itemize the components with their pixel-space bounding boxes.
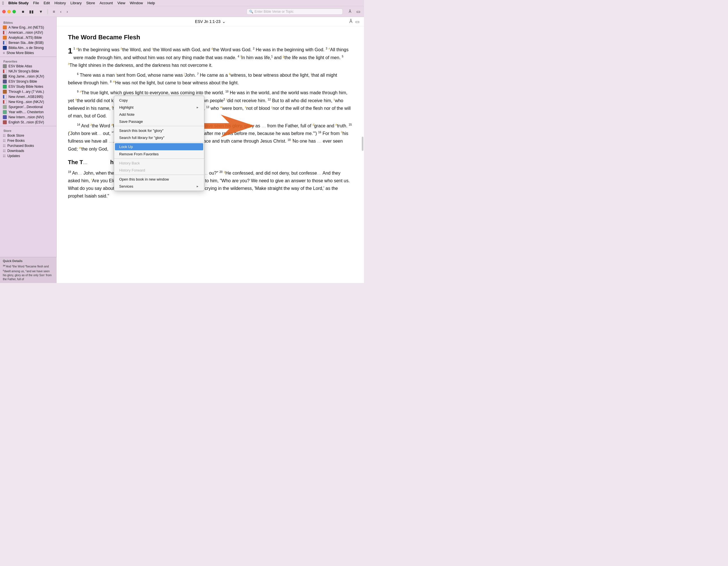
crossref-h2[interactable]: h bbox=[341, 131, 342, 134]
close-button[interactable] bbox=[2, 10, 6, 13]
crossref-g[interactable]: g bbox=[283, 55, 284, 58]
crossref-y[interactable]: y bbox=[271, 105, 273, 108]
crossref-b[interactable]: b bbox=[121, 47, 122, 50]
sidebar-toggle-button[interactable]: ■ bbox=[20, 8, 25, 15]
crossref-r[interactable]: r bbox=[226, 98, 227, 101]
crossref-n[interactable]: n bbox=[80, 90, 82, 93]
verse-num-2: 2 bbox=[253, 47, 254, 50]
sidebar-item-bsb[interactable]: Berean Sta...ible (BSB) bbox=[0, 40, 56, 45]
crossref-x[interactable]: x bbox=[245, 105, 246, 108]
menu-history[interactable]: History bbox=[54, 1, 66, 5]
text-size-button[interactable]: Â bbox=[349, 19, 352, 24]
context-menu-copy[interactable]: Copy bbox=[114, 97, 204, 104]
sidebar-item-nkjv[interactable]: New King...sion (NKJV) bbox=[0, 99, 56, 104]
context-menu-add-note[interactable]: Add Note bbox=[114, 111, 204, 118]
crossref-f[interactable]: f bbox=[240, 55, 241, 58]
crossref-m2[interactable]: m bbox=[79, 146, 81, 149]
menu-window[interactable]: Window bbox=[130, 1, 143, 5]
sidebar-item-downloads[interactable]: ☷ Downloads bbox=[0, 148, 56, 153]
menu-account[interactable]: Account bbox=[100, 1, 113, 5]
crossref-t[interactable]: t bbox=[112, 105, 113, 108]
menu-view[interactable]: View bbox=[117, 1, 125, 5]
sidebar-item-esv[interactable]: English St...rsion (ESV) bbox=[0, 120, 56, 125]
crossref-l[interactable]: l bbox=[311, 72, 311, 76]
crossref-e[interactable]: e bbox=[329, 47, 330, 50]
crossref-d[interactable]: d bbox=[211, 47, 213, 50]
verse-num-large-1: 1 bbox=[68, 46, 72, 56]
menu-help[interactable]: Help bbox=[147, 1, 155, 5]
sidebar-item-asv[interactable]: American...rsion (ASV) bbox=[0, 30, 56, 35]
bsb-icon bbox=[3, 41, 7, 45]
bibles-section-label: Bibles bbox=[0, 19, 56, 25]
context-menu-remove-favorites[interactable]: Remove From Favorites bbox=[114, 151, 204, 158]
crossref-s[interactable]: s bbox=[333, 98, 335, 101]
sidebar-item-free-books[interactable]: ☷ Free Books bbox=[0, 138, 56, 143]
menu-edit[interactable]: Edit bbox=[44, 1, 50, 5]
esv-study-label: ESV Study Bible Notes bbox=[8, 85, 43, 89]
crossref-d2[interactable]: d bbox=[312, 123, 314, 126]
sidebar-item-spurgeon[interactable]: Spurgeon'...Devotional bbox=[0, 104, 56, 110]
sidebar-item-kjv[interactable]: King Jame...rsion (KJV) bbox=[0, 74, 56, 79]
passage-title: The Word Became Flesh bbox=[68, 32, 353, 42]
crossref-q2[interactable]: q bbox=[224, 170, 226, 173]
analytical-icon bbox=[3, 36, 7, 40]
remove-favorites-label: Remove From Favorites bbox=[119, 152, 159, 156]
sidebar-item-biblia[interactable]: Biblia Alm...s de Strong bbox=[0, 45, 56, 50]
crossref-w[interactable]: w bbox=[220, 105, 222, 108]
crossref-z[interactable]: z bbox=[91, 123, 92, 126]
menu-library[interactable]: Library bbox=[70, 1, 82, 5]
passage-selector[interactable]: ESV Jn 1:1-23 ⌄ bbox=[195, 19, 226, 24]
list-view-button[interactable]: ≡ bbox=[51, 8, 56, 15]
crossref-l2[interactable]: l bbox=[292, 138, 293, 141]
context-menu-open-new-window[interactable]: Open this book in new window bbox=[114, 176, 204, 183]
menu-file[interactable]: File bbox=[33, 1, 39, 5]
sidebar-item-book-store[interactable]: ☷ Book Store bbox=[0, 133, 56, 138]
crossref-f2[interactable]: f bbox=[69, 131, 70, 134]
menu-bible-study[interactable]: Bible Study bbox=[8, 1, 29, 5]
sidebar-item-esv-atlas[interactable]: ESV Bible Atlas bbox=[0, 64, 56, 69]
context-menu-divider-1 bbox=[114, 126, 204, 126]
crossref-e2[interactable]: e bbox=[335, 123, 337, 126]
sidebar-item-nets[interactable]: A New Eng...int (NETS) bbox=[0, 25, 56, 30]
sidebar-item-esv-strong[interactable]: ESV Strong's Bible bbox=[0, 79, 56, 84]
sidebar-item-through[interactable]: Through t...ary (7 Vols.) bbox=[0, 89, 56, 94]
crossref-r2[interactable]: r bbox=[91, 178, 92, 181]
crossref-h[interactable]: h bbox=[68, 62, 70, 65]
bookmark-icon-button[interactable]: ▭ bbox=[355, 19, 359, 24]
context-menu-highlight[interactable]: Highlight ► bbox=[114, 104, 204, 111]
context-menu-look-up[interactable]: Look Up bbox=[115, 143, 203, 150]
crossref-m[interactable]: m bbox=[113, 80, 115, 83]
sidebar-item-esv-study[interactable]: ESV Study Bible Notes bbox=[0, 84, 56, 89]
search-box[interactable]: 🔍 Enter Bible Verse or Topic bbox=[247, 8, 343, 15]
context-menu-save-passage[interactable]: Save Passage bbox=[114, 118, 204, 125]
verse-num-18: 18 bbox=[288, 138, 291, 141]
sidebar-item-year[interactable]: Year with.... Chesterton bbox=[0, 110, 56, 115]
sidebar-item-analytical[interactable]: Analytical...NT5) Bible bbox=[0, 35, 56, 40]
menu-store[interactable]: Store bbox=[86, 1, 95, 5]
crossref-k[interactable]: k bbox=[229, 72, 230, 76]
minimize-button[interactable] bbox=[7, 10, 11, 13]
forward-button[interactable]: › bbox=[65, 8, 69, 15]
maximize-button[interactable] bbox=[12, 10, 16, 13]
sidebar-item-nasb[interactable]: New Ameri...ASB1995) bbox=[0, 94, 56, 99]
back-button[interactable]: ‹ bbox=[59, 8, 63, 15]
context-menu-services[interactable]: Services ► bbox=[114, 183, 204, 190]
crossref-a2[interactable]: a bbox=[112, 123, 113, 126]
font-size-button[interactable]: Â bbox=[347, 8, 353, 15]
layout-toggle-button[interactable]: ▼ bbox=[37, 8, 44, 15]
apple-menu[interactable]:  bbox=[2, 1, 4, 5]
crossref-j[interactable]: j bbox=[184, 72, 185, 76]
sidebar-item-show-more[interactable]: ≡ Show More Bibles bbox=[0, 50, 56, 55]
crossref-o[interactable]: o bbox=[75, 98, 77, 101]
crossref-i[interactable]: i bbox=[116, 72, 117, 76]
bookmark-button[interactable]: ▭ bbox=[355, 8, 362, 15]
sidebar-item-purchased-books[interactable]: ☷ Purchased Books bbox=[0, 143, 56, 148]
crossref-c[interactable]: c bbox=[152, 47, 153, 50]
crossref-a[interactable]: a bbox=[76, 47, 78, 50]
panel-toggle-button[interactable]: ▮▮ bbox=[28, 8, 35, 15]
context-menu-search-book[interactable]: Search this book for "glory" bbox=[114, 127, 204, 134]
context-menu-search-library[interactable]: Search full library for "glory" bbox=[114, 134, 204, 141]
sidebar-item-niv[interactable]: New Intern...rsion (NIV) bbox=[0, 115, 56, 120]
sidebar-item-updates[interactable]: ☷ Updates bbox=[0, 153, 56, 158]
sidebar-item-nkjv-strong[interactable]: NKJV Strong's Bible bbox=[0, 69, 56, 74]
